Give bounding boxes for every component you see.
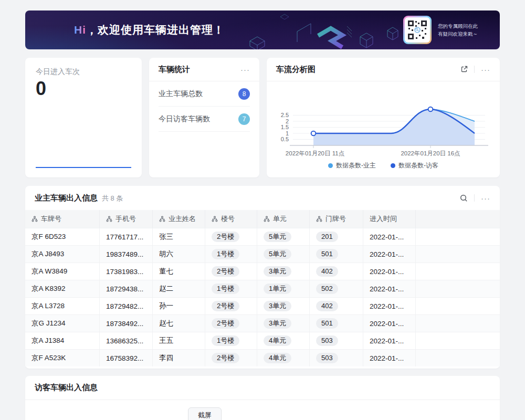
- column-header-0[interactable]: 车牌号: [25, 210, 100, 228]
- table-cell[interactable]: 京F A523K: [25, 349, 100, 366]
- table-cell: [416, 245, 500, 262]
- owner-table-header-row: 车牌号手机号业主姓名楼号单元门牌号进入时间: [25, 210, 500, 228]
- column-header-1[interactable]: 手机号: [100, 210, 153, 228]
- column-header-6[interactable]: 进入时间: [363, 210, 416, 228]
- table-cell[interactable]: 2号楼: [205, 314, 257, 332]
- table-cell[interactable]: 2022-01-...: [363, 349, 416, 366]
- owner-table-grid: 车牌号手机号业主姓名楼号单元门牌号进入时间 京F 6D52317761717..…: [25, 210, 500, 366]
- column-header-7: [416, 210, 500, 228]
- table-cell[interactable]: 王五: [153, 332, 205, 349]
- option-pill: 2号楼: [212, 266, 239, 277]
- table-cell[interactable]: 京G J1234: [25, 314, 100, 332]
- column-header-2[interactable]: 业主姓名: [153, 210, 205, 228]
- more-icon[interactable]: ···: [481, 194, 490, 202]
- line-chart-svg: 0.5 1 1.5 2 2.5 2022年01月20日 11点 2022年01月…: [273, 83, 494, 158]
- table-cell[interactable]: 孙一: [153, 297, 205, 314]
- qr-code[interactable]: [403, 16, 432, 44]
- screenshot-button[interactable]: 截屏: [188, 407, 222, 420]
- table-cell[interactable]: 董七: [153, 262, 205, 280]
- table-cell[interactable]: 2022-01-...: [363, 245, 416, 262]
- table-row: 京A W384917381983...董七2号楼3单元4022022-01-..…: [25, 262, 500, 280]
- table-cell[interactable]: 2022-01-...: [363, 297, 416, 314]
- table-cell[interactable]: 18738492...: [100, 314, 153, 332]
- table-cell[interactable]: 3单元: [257, 314, 310, 332]
- option-pill: 1单元: [264, 284, 291, 294]
- table-cell[interactable]: 京A K8392: [25, 280, 100, 297]
- option-pill: 402: [316, 301, 338, 311]
- table-cell[interactable]: 402: [310, 262, 363, 280]
- table-cell[interactable]: 5单元: [257, 228, 310, 245]
- table-cell[interactable]: 3单元: [257, 297, 310, 314]
- column-header-3[interactable]: 楼号: [205, 210, 257, 228]
- table-cell[interactable]: 3单元: [257, 262, 310, 280]
- table-cell[interactable]: 4单元: [257, 349, 310, 366]
- table-cell[interactable]: 17381983...: [100, 262, 153, 280]
- banner-decoration: [239, 10, 413, 49]
- table-cell[interactable]: 京A W3849: [25, 262, 100, 280]
- table-cell[interactable]: 2022-01-...: [363, 314, 416, 332]
- table-cell[interactable]: 13686325...: [100, 332, 153, 349]
- stat-item-visitor-today[interactable]: 今日访客车辆数 7: [159, 107, 250, 132]
- table-cell[interactable]: 京A J1384: [25, 332, 100, 349]
- table-cell[interactable]: 5单元: [257, 245, 310, 262]
- table-cell[interactable]: 1号楼: [205, 280, 257, 297]
- hierarchy-field-icon: [106, 216, 112, 222]
- stat-item-owner-total[interactable]: 业主车辆总数 8: [159, 81, 250, 107]
- hierarchy-field-icon: [316, 216, 322, 222]
- table-cell[interactable]: 1号楼: [205, 245, 257, 262]
- table-cell[interactable]: 2号楼: [205, 297, 257, 314]
- more-icon[interactable]: ···: [240, 66, 250, 74]
- table-cell[interactable]: 2022-01-...: [363, 228, 416, 245]
- table-cell[interactable]: 2号楼: [205, 262, 257, 280]
- table-cell[interactable]: 赵七: [153, 314, 205, 332]
- column-header-label: 业主姓名: [169, 214, 196, 224]
- table-cell[interactable]: 18729438...: [100, 280, 153, 297]
- column-header-label: 单元: [273, 214, 287, 224]
- traffic-chart-card: 车流分析图 ···: [267, 58, 500, 177]
- legend-item-visitor[interactable]: 数据条数-访客: [391, 161, 438, 170]
- column-header-4[interactable]: 单元: [257, 210, 310, 228]
- table-cell[interactable]: 1号楼: [205, 332, 257, 349]
- legend-item-owner[interactable]: 数据条数-业主: [328, 161, 376, 170]
- option-pill: 2号楼: [212, 353, 239, 363]
- traffic-chart[interactable]: 0.5 1 1.5 2 2.5 2022年01月20日 11点 2022年01月…: [267, 81, 500, 170]
- table-cell[interactable]: 胡六: [153, 245, 205, 262]
- table-cell: [416, 297, 500, 314]
- table-cell[interactable]: 2022-01-...: [363, 262, 416, 280]
- table-cell[interactable]: 2号楼: [205, 349, 257, 366]
- table-cell[interactable]: 2022-01-...: [363, 332, 416, 349]
- more-icon[interactable]: ···: [481, 66, 490, 74]
- table-cell[interactable]: 503: [310, 332, 363, 349]
- table-cell[interactable]: 17761717...: [100, 228, 153, 245]
- legend-dot-visitor: [391, 163, 395, 168]
- column-header-label: 车牌号: [41, 214, 61, 224]
- table-cell[interactable]: 1单元: [257, 280, 310, 297]
- table-cell[interactable]: 张三: [153, 228, 205, 245]
- table-cell[interactable]: 19837489...: [100, 245, 153, 262]
- table-cell[interactable]: 402: [310, 297, 363, 314]
- table-cell[interactable]: 2号楼: [205, 228, 257, 245]
- column-header-label: 楼号: [221, 214, 235, 224]
- table-cell[interactable]: 赵二: [153, 280, 205, 297]
- table-cell[interactable]: 京A L3728: [25, 297, 100, 314]
- table-cell[interactable]: 201: [310, 228, 363, 245]
- search-icon[interactable]: [460, 194, 468, 202]
- table-cell[interactable]: 2022-01-...: [363, 280, 416, 297]
- table-cell[interactable]: 京F 6D523: [25, 228, 100, 245]
- option-pill: 2号楼: [212, 318, 239, 329]
- table-cell[interactable]: 李四: [153, 349, 205, 366]
- export-icon[interactable]: [460, 66, 468, 73]
- table-cell[interactable]: 501: [310, 245, 363, 262]
- table-cell[interactable]: 4单元: [257, 332, 310, 349]
- table-cell[interactable]: 18729482...: [100, 297, 153, 314]
- column-header-5[interactable]: 门牌号: [310, 210, 363, 228]
- option-pill: 501: [316, 249, 338, 259]
- table-cell[interactable]: 京A J8493: [25, 245, 100, 262]
- table-cell[interactable]: 16758392...: [100, 349, 153, 366]
- table-cell[interactable]: 502: [310, 280, 363, 297]
- table-cell[interactable]: 501: [310, 314, 363, 332]
- dashboard-page: Hi，欢迎使用车辆进出管理！: [0, 0, 525, 420]
- icon-divider: [474, 66, 475, 73]
- option-pill: 503: [316, 335, 338, 346]
- table-cell[interactable]: 503: [310, 349, 363, 366]
